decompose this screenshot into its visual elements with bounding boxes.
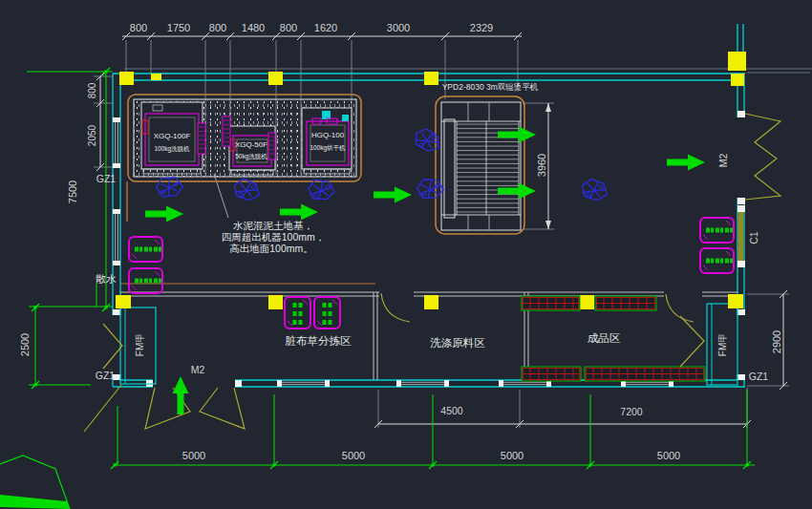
- grid-label: GZ1: [96, 371, 115, 381]
- door-leaf: [84, 385, 121, 432]
- column: [424, 295, 438, 309]
- door-swing-arc: [666, 294, 694, 322]
- machine-label: HGQ-100: [311, 132, 344, 139]
- column: [119, 72, 134, 85]
- trolley-corner-mark: [155, 240, 160, 244]
- note-line: 水泥混泥土地基，: [233, 221, 313, 231]
- wall-cap: [113, 163, 120, 168]
- trolley-mark: [323, 303, 327, 308]
- dim-tick-green: [746, 464, 749, 467]
- dim-label: 3000: [387, 23, 410, 33]
- grid-label: GZ1: [749, 371, 768, 382]
- flow-arrow: [280, 204, 318, 221]
- grid-label: GZ1: [96, 174, 116, 184]
- trolley-mark: [720, 259, 723, 264]
- flow-arrow: [374, 187, 412, 203]
- cart-symbol: [581, 178, 609, 201]
- column: [580, 295, 594, 309]
- dim-label: 3960: [537, 154, 547, 177]
- dim-label: 800: [209, 23, 226, 33]
- door-label: M2: [718, 154, 729, 168]
- note-leader-line: [214, 174, 228, 218]
- dim-label: 800: [88, 83, 97, 99]
- trolley-mark: [135, 247, 139, 252]
- window-cap: [325, 380, 330, 387]
- site-boundary-wedge: [0, 495, 70, 509]
- apron-label: 散水: [96, 274, 117, 285]
- machine-label: 100kg烘干机: [310, 145, 345, 152]
- trolley-mark: [323, 311, 327, 316]
- trolley-mark: [159, 279, 161, 284]
- column: [116, 295, 131, 308]
- trolley-mark: [730, 228, 733, 233]
- dim-label: 5000: [182, 451, 205, 461]
- dim-tick-green: [34, 384, 37, 387]
- wall-cap: [113, 309, 120, 315]
- trolley-corner-mark: [288, 321, 292, 326]
- trolley-mark: [144, 279, 148, 284]
- dim-arrowhead: [545, 221, 551, 229]
- trolley-corner-mark: [703, 265, 708, 270]
- cart-symbol: [587, 193, 590, 197]
- dim-label: 7500: [68, 180, 78, 203]
- dim-label: 5000: [657, 451, 680, 461]
- machine-base: [231, 170, 273, 175]
- trolley-mark: [154, 279, 158, 284]
- trolley-mark: [323, 320, 327, 325]
- wall-cap: [113, 209, 120, 214]
- dim-tick-green: [105, 71, 108, 74]
- floorplan-drawing: [0, 0, 812, 509]
- trolley-mark: [154, 247, 158, 252]
- trolley-mark: [711, 259, 714, 264]
- wall-cap: [737, 111, 745, 117]
- column: [731, 74, 744, 86]
- trolley-mark: [706, 259, 710, 264]
- window-cap: [277, 380, 282, 387]
- trolley-mark: [329, 311, 332, 316]
- dim-label: 4500: [440, 406, 462, 416]
- flow-arrow: [145, 206, 183, 223]
- room-label: 脏布草分拣区: [286, 336, 352, 348]
- trolley-mark: [139, 247, 142, 252]
- dim-label: 5000: [342, 451, 365, 461]
- trolley-corner-mark: [726, 221, 731, 225]
- window-label: C1: [749, 231, 759, 244]
- window-cap: [396, 380, 401, 387]
- cart-symbol: [239, 193, 243, 197]
- machine-label: XGQ-50F: [235, 141, 267, 149]
- dim-tick-green: [589, 464, 592, 467]
- door-label: M2: [191, 365, 205, 375]
- wall-cap: [737, 198, 745, 204]
- wall-cap: [737, 205, 745, 212]
- dim-label: 800: [280, 23, 297, 33]
- cart-symbol: [155, 174, 185, 200]
- dim-label: 800: [130, 23, 147, 33]
- flow-arrow: [667, 155, 705, 171]
- trolley-mark: [725, 259, 729, 264]
- laundry-trolley: [314, 297, 340, 329]
- trolley-mark: [293, 320, 297, 325]
- column: [728, 52, 746, 71]
- trolley-mark: [730, 259, 733, 264]
- trolley-mark: [706, 228, 710, 233]
- dim-label: 2500: [20, 333, 31, 356]
- cart-symbol: [416, 177, 444, 201]
- wall-cap: [737, 261, 745, 267]
- trolley-corner-mark: [155, 271, 160, 276]
- machine-base: [143, 169, 201, 174]
- trolley-corner-mark: [703, 235, 708, 240]
- cad-floorplan-canvas: 8001750800148080016203000232975008002050…: [0, 0, 812, 509]
- wall-cap: [235, 380, 242, 387]
- trolley-mark: [135, 279, 139, 284]
- flow-arrow: [173, 376, 189, 414]
- machine-label: 50kg洗脱机: [235, 154, 267, 160]
- trolley-mark: [711, 228, 714, 233]
- column: [728, 294, 743, 308]
- column: [424, 72, 438, 85]
- window-cap: [444, 380, 449, 387]
- trolley-mark: [149, 279, 152, 284]
- dim-label: 2050: [88, 125, 97, 146]
- trolley-corner-mark: [317, 321, 322, 326]
- machine-base: [304, 169, 350, 174]
- wall-cap: [737, 309, 745, 315]
